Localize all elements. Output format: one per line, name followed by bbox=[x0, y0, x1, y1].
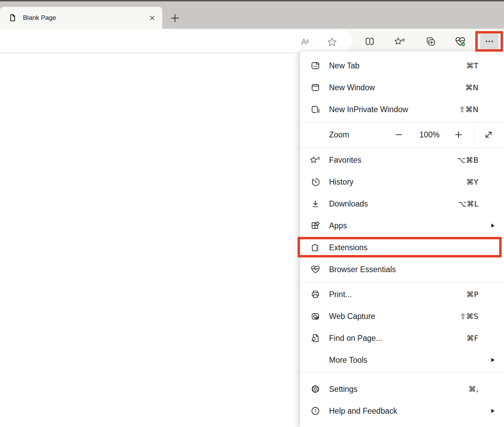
menu-item-new-inprivate-window[interactable]: New InPrivate Window ⇧⌘N bbox=[300, 98, 504, 120]
zoom-value: 100% bbox=[412, 130, 447, 139]
menu-item-shortcut: ⌘Y bbox=[466, 178, 478, 186]
menu-item-shortcut: ⌥⌘B bbox=[457, 156, 478, 164]
zoom-in-button[interactable] bbox=[450, 126, 467, 143]
no-icon-spacer bbox=[310, 355, 321, 365]
extensions-icon bbox=[310, 242, 321, 253]
menu-item-extensions[interactable]: Extensions bbox=[300, 237, 504, 258]
zoom-out-button[interactable] bbox=[391, 126, 407, 143]
menu-divider bbox=[300, 282, 504, 282]
menu-item-label: Favorites bbox=[329, 156, 362, 165]
menu-item-label: Web Capture bbox=[329, 312, 375, 321]
new-window-icon bbox=[310, 82, 321, 93]
menu-item-shortcut: ⌘F bbox=[466, 334, 478, 343]
menu-item-new-window[interactable]: New Window ⌘N bbox=[300, 77, 504, 98]
help-icon: ? bbox=[310, 406, 321, 416]
menu-item-label: More Tools bbox=[329, 356, 367, 365]
menu-item-label: New InPrivate Window bbox=[329, 105, 408, 114]
tab-strip: Blank Page bbox=[0, 1, 504, 29]
inprivate-icon bbox=[310, 104, 321, 115]
settings-menu: New Tab ⌘T New Window ⌘N New InPrivate W… bbox=[300, 51, 504, 427]
zoom-separator bbox=[474, 123, 474, 146]
menu-item-label: Find on Page... bbox=[329, 334, 382, 343]
menu-divider bbox=[300, 147, 504, 148]
favorites-icon bbox=[395, 36, 406, 47]
menu-item-settings[interactable]: Settings ⌘, bbox=[300, 378, 504, 400]
menu-item-shortcut: ⌥⌘L bbox=[458, 200, 478, 208]
address-bar[interactable] bbox=[0, 30, 353, 52]
collections-button[interactable] bbox=[422, 33, 439, 50]
menu-item-apps[interactable]: Apps bbox=[300, 215, 504, 237]
menu-item-favorites[interactable]: Favorites ⌥⌘B bbox=[300, 149, 504, 171]
menu-item-help-and-feedback[interactable]: ? Help and Feedback bbox=[300, 400, 504, 422]
menu-divider bbox=[300, 372, 504, 373]
menu-item-browser-essentials[interactable]: Browser Essentials bbox=[300, 258, 504, 280]
menu-item-label: Help and Feedback bbox=[329, 406, 397, 416]
more-ellipsis-icon bbox=[484, 36, 494, 46]
page-icon bbox=[8, 13, 17, 22]
collections-icon bbox=[425, 36, 436, 47]
find-on-page-icon bbox=[310, 333, 321, 343]
new-tab-icon bbox=[310, 61, 321, 71]
menu-item-shortcut: ⌘P bbox=[466, 290, 478, 299]
menu-item-label: Browser Essentials bbox=[329, 265, 396, 274]
menu-item-shortcut: ⇧⌘S bbox=[460, 312, 478, 321]
menu-item-label: New Window bbox=[329, 83, 375, 92]
menu-item-shortcut: ⌘, bbox=[468, 385, 478, 393]
settings-gear-icon bbox=[310, 384, 321, 394]
menu-divider bbox=[300, 122, 504, 122]
downloads-icon bbox=[310, 199, 321, 209]
menu-item-label: Print... bbox=[329, 290, 352, 299]
submenu-arrow-icon bbox=[491, 358, 495, 362]
favorites-button[interactable] bbox=[392, 33, 408, 50]
menu-item-label: Extensions bbox=[329, 243, 368, 252]
fullscreen-button[interactable] bbox=[480, 126, 497, 143]
menu-item-new-tab[interactable]: New Tab ⌘T bbox=[300, 55, 504, 77]
read-aloud-icon bbox=[299, 37, 310, 48]
menu-item-label: Apps bbox=[329, 221, 347, 230]
menu-item-label: Downloads bbox=[329, 199, 368, 209]
submenu-arrow-icon bbox=[491, 223, 495, 228]
svg-text:?: ? bbox=[314, 408, 316, 414]
menu-item-more-tools[interactable]: More Tools bbox=[300, 349, 504, 371]
close-icon bbox=[149, 15, 155, 21]
plus-icon bbox=[454, 130, 463, 139]
menu-item-shortcut: ⌘T bbox=[466, 62, 478, 70]
menu-item-downloads[interactable]: Downloads ⌥⌘L bbox=[300, 193, 504, 215]
menu-item-shortcut: ⇧⌘N bbox=[459, 105, 478, 114]
menu-item-history[interactable]: History ⌘Y bbox=[300, 171, 504, 193]
menu-item-find-on-page[interactable]: Find on Page... ⌘F bbox=[300, 327, 504, 349]
tab-close-button[interactable] bbox=[147, 13, 157, 23]
split-screen-icon bbox=[364, 36, 375, 47]
read-aloud-button[interactable] bbox=[297, 34, 313, 50]
fullscreen-expand-icon bbox=[484, 130, 493, 139]
print-icon bbox=[310, 289, 321, 299]
web-capture-icon bbox=[310, 311, 321, 321]
zoom-label: Zoom bbox=[329, 130, 349, 139]
favorites-icon bbox=[310, 155, 321, 165]
menu-item-label: New Tab bbox=[329, 61, 359, 70]
settings-more-button[interactable] bbox=[480, 34, 499, 49]
minus-icon bbox=[394, 130, 403, 139]
menu-item-print[interactable]: Print... ⌘P bbox=[300, 283, 504, 305]
menu-item-label: History bbox=[329, 177, 354, 187]
tab-blank-page[interactable]: Blank Page bbox=[0, 7, 162, 29]
split-screen-button[interactable] bbox=[362, 33, 378, 50]
toolbar bbox=[0, 29, 504, 54]
zoom-row: Zoom 100% bbox=[300, 123, 504, 146]
browser-essentials-icon bbox=[310, 264, 321, 275]
history-icon bbox=[310, 177, 321, 187]
new-tab-button[interactable] bbox=[168, 12, 181, 25]
add-favorite-button[interactable] bbox=[324, 34, 340, 50]
tab-title: Blank Page bbox=[23, 14, 56, 22]
menu-item-label: Settings bbox=[329, 385, 357, 394]
submenu-arrow-icon bbox=[491, 409, 495, 413]
browser-essentials-icon bbox=[454, 36, 466, 47]
new-tab-plus-icon bbox=[170, 13, 180, 23]
menu-item-web-capture[interactable]: Web Capture ⇧⌘S bbox=[300, 305, 504, 327]
browser-essentials-button[interactable] bbox=[452, 33, 468, 50]
add-favorite-star-icon bbox=[327, 37, 338, 48]
apps-icon bbox=[310, 221, 321, 231]
menu-item-shortcut: ⌘N bbox=[465, 83, 478, 92]
